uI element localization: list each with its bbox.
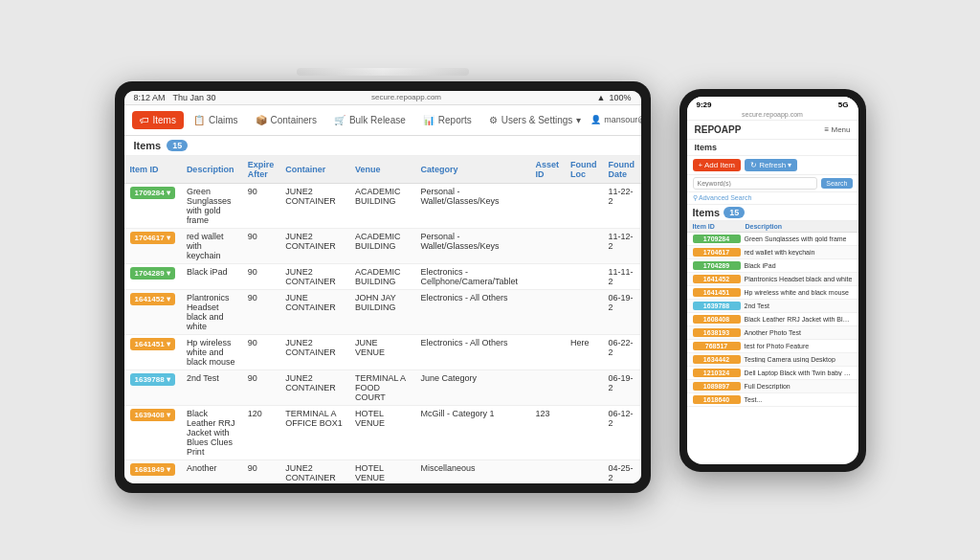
items-count-badge: 15 <box>167 140 188 151</box>
phone-navbar: REPOAPP ≡ Menu <box>687 121 858 140</box>
cell-item-id[interactable]: 1641452 ▾ <box>124 289 181 334</box>
cell-found-loc <box>565 228 603 263</box>
phone-time: 9:29 <box>697 101 712 109</box>
phone-item-id-badge[interactable]: 1608408 <box>693 315 741 324</box>
cell-venue: HOTEL VENUE <box>349 405 414 459</box>
phone-list-item[interactable]: 1641451 Hp wireless white and black mous… <box>687 286 858 300</box>
cell-description: red wallet with keychain <box>181 228 242 263</box>
item-id-badge[interactable]: 1681849 ▾ <box>130 463 175 476</box>
col-description: Description <box>181 156 242 184</box>
phone-item-id-badge[interactable]: 1089897 <box>693 382 741 391</box>
nav-containers-button[interactable]: 📦 Containers <box>248 111 324 129</box>
phone-list-item[interactable]: 1608408 Black Leather RRJ Jacket with Bl… <box>687 313 858 326</box>
cell-expire: 90 <box>242 370 280 405</box>
item-id-badge[interactable]: 1639788 ▾ <box>130 373 175 386</box>
phone-item-id-badge[interactable]: 1618640 <box>693 395 741 404</box>
cell-found-loc <box>565 289 603 334</box>
cell-venue: ACADEMIC BUILDING <box>349 228 414 263</box>
phone-menu-button[interactable]: ≡ Menu <box>825 125 851 134</box>
nav-settings-button[interactable]: ⚙ Users & Settings ▾ <box>481 111 589 129</box>
phone-list-item[interactable]: 1709284 Green Sunglasses with gold frame <box>687 233 858 246</box>
nav-claims-button[interactable]: 📋 Claims <box>186 111 246 129</box>
phone-item-id-badge[interactable]: 1210324 <box>693 369 741 377</box>
phone-item-id-badge[interactable]: 1704617 <box>693 248 741 257</box>
phone-item-id-badge[interactable]: 1638193 <box>693 328 741 337</box>
phone-list-item[interactable]: 1641452 Plantronics Headset black and wh… <box>687 273 858 286</box>
phone-advanced-search[interactable]: ⚲ Advanced Search <box>687 192 858 205</box>
phone-list-item[interactable]: 1210324 Dell Laptop Black with Twin baby… <box>687 367 858 380</box>
cell-item-id[interactable]: 1639788 ▾ <box>124 370 181 405</box>
cell-container: JUNE2 CONTAINER <box>279 459 349 483</box>
phone-table-header: Item ID Description <box>687 221 858 233</box>
phone-list-item[interactable]: 1638193 Another Photo Test <box>687 326 858 340</box>
cart-icon: 🛒 <box>334 115 345 125</box>
cell-description: Another <box>181 459 242 483</box>
nav-reports-button[interactable]: 📊 Reports <box>415 111 479 129</box>
user-icon: 👤 <box>590 115 601 124</box>
tablet-device: 8:12 AM Thu Jan 30 secure.repoapp.com ▲ … <box>115 81 651 493</box>
item-id-badge[interactable]: 1704289 ▾ <box>130 267 175 280</box>
phone-item-id-badge[interactable]: 1641452 <box>693 275 741 283</box>
phone-item-id-badge[interactable]: 1641451 <box>693 288 741 297</box>
phone-item-id-badge[interactable]: 1704289 <box>693 261 741 270</box>
cell-item-id[interactable]: 1709284 ▾ <box>124 183 181 228</box>
phone-refresh-button[interactable]: ↻ Refresh ▾ <box>745 159 797 171</box>
cell-category: Personal - Wallet/Glasses/Keys <box>414 183 529 228</box>
phone-list-item[interactable]: 768517 test for Photo Feature <box>687 340 858 353</box>
phone-status-bar: 9:29 5G <box>687 97 858 111</box>
phone-col-id-header: Item ID <box>693 223 746 230</box>
col-asset-id: AssetID <box>529 156 565 184</box>
phone-item-description: Black iPad <box>741 262 853 269</box>
phone-items-title: Items <box>693 207 721 218</box>
item-id-badge[interactable]: 1704617 ▾ <box>130 232 175 244</box>
cell-found-date: 06-12-2 <box>603 405 641 459</box>
cell-venue: ACADEMIC BUILDING <box>349 263 414 289</box>
cell-found-date: 06-19-2 <box>603 289 641 334</box>
tablet-wrapper: 8:12 AM Thu Jan 30 secure.repoapp.com ▲ … <box>115 68 651 493</box>
col-venue: Venue <box>349 156 414 184</box>
phone-list-item[interactable]: 1704289 Black iPad <box>687 259 858 273</box>
phone-items-badge: 15 <box>724 207 745 218</box>
cell-item-id[interactable]: 1639408 ▾ <box>124 405 181 459</box>
phone-keyword-input[interactable] <box>693 177 818 190</box>
phone-list-item[interactable]: 1618640 Test... <box>687 393 858 407</box>
phone-item-id-badge[interactable]: 768517 <box>693 342 741 350</box>
phone-item-description: Black Leather RRJ Jacket with Blues Clue… <box>741 316 853 323</box>
phone-item-id-badge[interactable]: 1634442 <box>693 355 741 364</box>
phone-list-item[interactable]: 1089897 Full Description <box>687 380 858 393</box>
phone-item-description: Green Sunglasses with gold frame <box>741 235 853 242</box>
cell-found-loc <box>565 263 603 289</box>
phone-app-title: REPOAPP <box>695 124 742 135</box>
phone-search-button[interactable]: Search <box>821 178 852 189</box>
phone-list-item[interactable]: 1639788 2nd Test <box>687 300 858 313</box>
cell-expire: 90 <box>242 228 280 263</box>
item-id-badge[interactable]: 1709284 ▾ <box>130 187 175 199</box>
cell-description: Black iPad <box>181 263 242 289</box>
table-row: 1681849 ▾ Another 90 JUNE2 CONTAINER HOT… <box>124 459 641 483</box>
phone-item-id-badge[interactable]: 1709284 <box>693 235 741 243</box>
cell-found-loc <box>565 405 603 459</box>
cell-asset <box>529 459 565 483</box>
cell-item-id[interactable]: 1641451 ▾ <box>124 334 181 370</box>
cell-category: Electronics - All Others <box>414 334 529 370</box>
cell-expire: 90 <box>242 183 280 228</box>
phone-add-item-button[interactable]: + Add Item <box>693 159 741 171</box>
cell-item-id[interactable]: 1681849 ▾ <box>124 459 181 483</box>
tablet-navbar: 🏷 Items 📋 Claims 📦 Containers 🛒 Bulk Rel… <box>124 105 641 136</box>
cell-item-id[interactable]: 1704289 ▾ <box>124 263 181 289</box>
phone-item-id-badge[interactable]: 1639788 <box>693 302 741 310</box>
item-id-badge[interactable]: 1641451 ▾ <box>130 338 175 350</box>
nav-items-button[interactable]: 🏷 Items <box>132 111 184 129</box>
tablet-status-right: ▲ 100% <box>597 93 632 102</box>
wifi-icon: ▲ <box>597 93 606 102</box>
phone-list-item[interactable]: 1634442 Testing Camera using Desktop <box>687 353 858 367</box>
items-header: Items 15 <box>124 136 641 156</box>
nav-bulk-release-button[interactable]: 🛒 Bulk Release <box>326 111 413 129</box>
item-id-badge[interactable]: 1639408 ▾ <box>130 409 175 421</box>
phone-list-item[interactable]: 1704617 red wallet with keychain <box>687 246 858 259</box>
item-id-badge[interactable]: 1641452 ▾ <box>130 293 175 305</box>
cell-item-id[interactable]: 1704617 ▾ <box>124 228 181 263</box>
table-row: 1704617 ▾ red wallet with keychain 90 JU… <box>124 228 641 263</box>
phone-item-description: Test... <box>741 396 853 403</box>
container-icon: 📦 <box>256 115 267 125</box>
